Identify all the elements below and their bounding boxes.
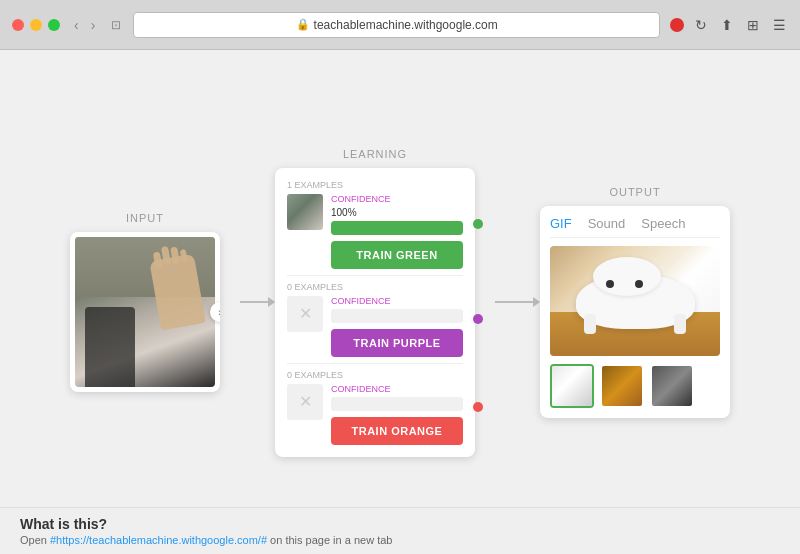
close-button[interactable]: [12, 19, 24, 31]
output-section: OUTPUT GIF Sound Speech: [540, 186, 730, 418]
divider-1: [287, 275, 463, 276]
class-green-row: CONFIDENCE 100% TRAIN GREEN: [287, 194, 463, 269]
output-dog-bg: [550, 246, 720, 356]
thumb-white-dog: [552, 366, 592, 406]
connector-svg: [240, 287, 275, 317]
bottom-bar: What is this? Open #https://teachablemac…: [0, 507, 800, 554]
class-purple-row: ✕ CONFIDENCE TRAIN PURPLE: [287, 296, 463, 357]
recording-indicator: [670, 18, 684, 32]
lock-icon: 🔒: [296, 18, 310, 31]
class-purple-block: 0 EXAMPLES ✕ CONFIDENCE TRAIN PURPLE: [287, 282, 463, 357]
output-label: OUTPUT: [609, 186, 660, 198]
class-purple-confidence-label: CONFIDENCE: [331, 296, 463, 306]
bottom-link-suffix: on this page in a new tab: [270, 534, 392, 546]
tab-speech[interactable]: Speech: [641, 216, 685, 231]
output-box: GIF Sound Speech: [540, 206, 730, 418]
tab-gif[interactable]: GIF: [550, 216, 572, 231]
learning-to-output-connector: [495, 287, 540, 317]
class-green-thumbnail: [287, 194, 323, 230]
browser-chrome: ‹ › ⊡ 🔒 teachablemachine.withgoogle.com …: [0, 0, 800, 50]
more-icon[interactable]: ⊞: [744, 16, 762, 34]
nav-buttons: ‹ ›: [70, 15, 99, 35]
svg-marker-1: [268, 297, 275, 307]
train-green-button[interactable]: TRAIN GREEN: [331, 241, 463, 269]
fullscreen-button[interactable]: [48, 19, 60, 31]
input-box: ›: [70, 232, 220, 392]
panel-row: INPUT ›: [20, 148, 780, 457]
learning-box: 1 EXAMPLES CONFIDENCE 100% TRAIN GREEN: [275, 168, 475, 457]
class-green-pct: 100%: [331, 207, 463, 218]
class-purple-thumbnail: ✕: [287, 296, 323, 332]
bottom-link-text: Open: [20, 534, 50, 546]
bottom-link: Open #https://teachablemachine.withgoogl…: [20, 534, 780, 546]
learning-label: LEARNING: [343, 148, 407, 160]
thumbnail-3[interactable]: [650, 364, 694, 408]
bottom-title: What is this?: [20, 516, 780, 532]
class-green-bar-fill: [331, 221, 463, 235]
class-orange-block: 0 EXAMPLES ✕ CONFIDENCE TRAIN ORANGE: [287, 370, 463, 445]
url-text: teachablemachine.withgoogle.com: [314, 18, 498, 32]
dog-eye: [606, 280, 614, 288]
class-green-confidence-label: CONFIDENCE: [331, 194, 463, 204]
class-purple-bar-bg: [331, 309, 463, 323]
class-orange-bar-bg: [331, 397, 463, 411]
tab-sound[interactable]: Sound: [588, 216, 626, 231]
class-green-examples: 1 EXAMPLES: [287, 180, 463, 190]
learning-section: LEARNING 1 EXAMPLES CONFIDENCE 100% TR: [275, 148, 475, 457]
thumbnail-2[interactable]: [600, 364, 644, 408]
class-green-right: CONFIDENCE 100% TRAIN GREEN: [331, 194, 463, 269]
browser-right-icons: ↻ ⬆ ⊞ ☰: [670, 16, 788, 34]
output-tabs: GIF Sound Speech: [550, 216, 720, 238]
window-mode-button[interactable]: ⊡: [107, 16, 125, 34]
menu-icon[interactable]: ☰: [770, 16, 788, 34]
back-button[interactable]: ‹: [70, 15, 83, 35]
class-orange-confidence-label: CONFIDENCE: [331, 384, 463, 394]
class-green-block: 1 EXAMPLES CONFIDENCE 100% TRAIN GREEN: [287, 180, 463, 269]
address-bar[interactable]: 🔒 teachablemachine.withgoogle.com: [133, 12, 660, 38]
main-content: INPUT ›: [0, 50, 800, 554]
bottom-link-url[interactable]: #https://teachablemachine.withgoogle.com…: [50, 534, 267, 546]
class-orange-examples: 0 EXAMPLES: [287, 370, 463, 380]
traffic-lights: [12, 19, 60, 31]
input-to-learning-connector: [240, 287, 275, 317]
share-icon[interactable]: ⬆: [718, 16, 736, 34]
dog-eye2: [635, 280, 643, 288]
train-orange-button[interactable]: TRAIN ORANGE: [331, 417, 463, 445]
thumbnail-1[interactable]: [550, 364, 594, 408]
output-image-area: [550, 246, 720, 356]
forward-button[interactable]: ›: [87, 15, 100, 35]
input-section: INPUT ›: [70, 212, 220, 392]
dog-leg2: [674, 314, 686, 334]
purple-dot: [473, 314, 483, 324]
cross-icon-orange: ✕: [299, 392, 312, 411]
class-orange-right: CONFIDENCE TRAIN ORANGE: [331, 384, 463, 445]
svg-marker-3: [533, 297, 540, 307]
refresh-icon[interactable]: ↻: [692, 16, 710, 34]
class-purple-examples: 0 EXAMPLES: [287, 282, 463, 292]
divider-2: [287, 363, 463, 364]
class-green-bar-bg: [331, 221, 463, 235]
train-purple-button[interactable]: TRAIN PURPLE: [331, 329, 463, 357]
thumb-brown: [602, 366, 642, 406]
class-orange-thumbnail: ✕: [287, 384, 323, 420]
output-thumbnails: [550, 364, 720, 408]
dog-leg1: [584, 314, 596, 334]
class-orange-row: ✕ CONFIDENCE TRAIN ORANGE: [287, 384, 463, 445]
webcam-feed: [75, 237, 215, 387]
minimize-button[interactable]: [30, 19, 42, 31]
orange-dot: [473, 402, 483, 412]
person-body: [85, 307, 135, 387]
input-label: INPUT: [126, 212, 164, 224]
cross-icon-purple: ✕: [299, 304, 312, 323]
dog-head: [593, 257, 661, 296]
class-purple-right: CONFIDENCE TRAIN PURPLE: [331, 296, 463, 357]
green-dot: [473, 219, 483, 229]
connector2-svg: [495, 287, 540, 317]
thumb-dark: [652, 366, 692, 406]
